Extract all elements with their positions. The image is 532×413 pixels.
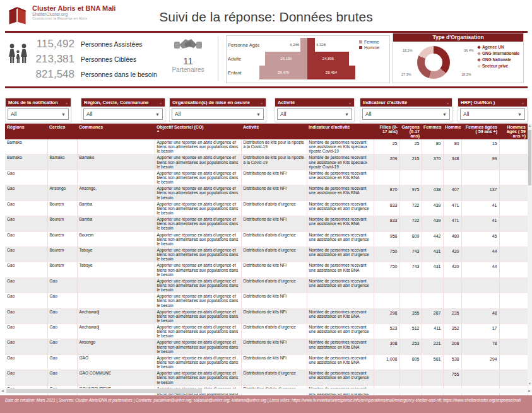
tornado-row: Personne Agée4,2464,328FemmeHomme	[228, 38, 388, 52]
table-row[interactable]: GaoBouremBambaApporter une réponse en ab…	[5, 216, 528, 231]
table-row[interactable]: GaoGaoGAOApporter une réponse en abris d…	[5, 354, 528, 369]
table-cell	[499, 139, 528, 154]
table-row[interactable]: GaoGaoGAO COMMUNEApporter une réponse en…	[5, 370, 528, 385]
table-row[interactable]: GaoBouremTaboyeApporter une réponse en a…	[5, 247, 528, 262]
table-row[interactable]: GaoBouremTaboyeApporter une réponse en a…	[5, 262, 528, 277]
table-cell: 471	[443, 216, 461, 231]
filter-activity-dropdown[interactable]: All▼	[277, 108, 352, 120]
kpi-assisted: 115,492 Personnes Assistées	[29, 37, 157, 52]
legend-item[interactable]: ONG Nationale	[478, 57, 519, 62]
col-cercles[interactable]: Cercles	[47, 124, 77, 139]
table-cell: 411	[422, 324, 443, 339]
clear-filter-icon[interactable]: ⌄	[521, 100, 524, 105]
table-row[interactable]: GaoBouremBambaApporter une réponse en ab…	[5, 201, 528, 216]
legend-item[interactable]: Homme	[359, 45, 387, 50]
data-table[interactable]: Régions Cercles Communes Objectif Sector…	[5, 124, 528, 412]
table-row[interactable]: GaoAnsongoAnsongo,Apporter une réponse e…	[5, 185, 528, 201]
table-cell	[461, 370, 499, 385]
scroll-up-icon[interactable]: ▲	[528, 124, 532, 128]
table-cell: Gao	[5, 185, 47, 201]
table-row[interactable]: GaoGaoAnchawadjApporter une réponse en a…	[5, 324, 528, 339]
filter-indicator[interactable]: Indicateur d'activité⌄ All▼	[360, 98, 452, 122]
filter-indicator-dropdown[interactable]: All▼	[362, 108, 450, 120]
tornado-bar-femme[interactable]: 25,150	[265, 52, 307, 66]
scroll-right-icon[interactable]: ►	[528, 388, 531, 393]
col-indicateur[interactable]: Indicateur d'activité	[307, 124, 374, 139]
clear-filter-icon[interactable]: ⌄	[159, 100, 162, 105]
filter-hrp-dropdown[interactable]: All▼	[460, 108, 525, 120]
clear-filter-icon[interactable]: ⌄	[65, 100, 68, 105]
table-cell: 755	[443, 370, 461, 385]
filter-hrp[interactable]: HRP( Oui/Non )⌄ All▼	[458, 98, 528, 122]
filter-activity[interactable]: Activité⌄ All▼	[275, 98, 355, 122]
table-cell: 439	[422, 201, 443, 216]
clear-filter-icon[interactable]: ⌄	[260, 100, 263, 105]
table-cell: Distributions de kits NFI	[241, 293, 307, 308]
col-regions[interactable]: Régions	[5, 124, 47, 139]
vertical-scroll-thumb[interactable]	[528, 130, 531, 185]
vertical-scrollbar[interactable]: ▲ ▼	[528, 124, 532, 386]
table-row[interactable]: GaoBouremBouremApporter une réponse en a…	[5, 231, 528, 247]
chevron-down-icon: ▼	[517, 112, 522, 117]
kpi-targeted-label: Personnes Ciblées	[81, 55, 136, 63]
tornado-bar-homme[interactable]: 24,895	[307, 52, 349, 66]
horizontal-scrollbar[interactable]: ◄ ►	[0, 388, 532, 393]
filter-month-dropdown[interactable]: All▼	[8, 108, 69, 120]
filter-organisation[interactable]: Organisation(s) de mise en oeuvre⌄ All▼	[169, 98, 266, 122]
filter-hrp-header: HRP( Oui/Non )⌄	[458, 98, 527, 107]
table-cell: Apporter une réponse en abris d'urgence …	[155, 170, 241, 185]
horizontal-scroll-thumb[interactable]	[6, 389, 202, 393]
scroll-left-icon[interactable]: ◄	[1, 388, 4, 393]
table-row[interactable]: BamakoApporter une réponse en abris d'ur…	[5, 139, 528, 154]
col-activite[interactable]: Activité	[241, 124, 307, 139]
col-objectif[interactable]: Objectif Sectoriel (CO)▲	[155, 124, 241, 139]
filter-month[interactable]: Mois de la notification⌄ All▼	[5, 98, 71, 122]
table-row[interactable]: GaoGaoApporter une réponse en abris d'ur…	[5, 293, 528, 308]
table-cell: Nombre de personnes recevant une assista…	[307, 247, 374, 262]
table-row[interactable]: BamakoBamakoBamakoApporter une réponse e…	[5, 154, 528, 170]
table-row[interactable]: GaoGaoAnchawadjApporter une réponse en a…	[5, 308, 528, 323]
donut-chart[interactable]	[417, 46, 450, 79]
partners-label: Partenaires	[162, 66, 215, 73]
table-cell: Apporter une réponse en abris d'urgence …	[155, 262, 241, 277]
scroll-down-icon[interactable]: ▼	[528, 381, 532, 386]
table-cell: Bamako	[77, 154, 155, 170]
clear-filter-icon[interactable]: ⌄	[348, 100, 352, 105]
legend-item[interactable]: ONG Internationale	[478, 51, 519, 55]
filter-organisation-header: Organisation(s) de mise en oeuvre⌄	[170, 98, 266, 107]
tornado-bar-femme[interactable]	[300, 38, 307, 52]
table-cell: 431	[422, 262, 443, 277]
table-cell: Nombre de personnes recevant une assista…	[307, 216, 374, 231]
legend-item[interactable]: Agence UN	[478, 45, 519, 49]
table-cell: Apporter une réponse en abris d'urgence …	[155, 354, 241, 369]
table-cell: Gao	[47, 293, 77, 308]
col-garcons[interactable]: Garçons (0-17 ans)	[399, 124, 422, 139]
table-cell	[461, 293, 499, 308]
donut-pct-label: 18.2%	[403, 49, 413, 52]
donut-chart-panel[interactable]: Type d'Organisation 36.4% 18.2% 27.3% 18…	[393, 33, 524, 83]
clear-filter-icon[interactable]: ⌄	[446, 100, 449, 105]
donut-pct-label: 18.2%	[461, 73, 471, 76]
table-row[interactable]: GaoGaoAnsongoApporter une réponse en abr…	[5, 339, 528, 354]
filter-organisation-dropdown[interactable]: All▼	[172, 108, 264, 120]
tornado-bar-femme[interactable]: 28,479	[259, 66, 307, 79]
chevron-down-icon: ▼	[155, 112, 160, 117]
filter-region[interactable]: Région, Cercle, Communune⌄ All▼	[81, 98, 165, 122]
col-filles[interactable]: Filles (0-17 ans)	[374, 124, 399, 139]
tornado-bar-homme[interactable]	[307, 38, 315, 52]
table-cell: 809	[399, 231, 422, 247]
filter-region-dropdown[interactable]: All▼	[83, 108, 163, 120]
tornado-bar-homme[interactable]: 28,454	[307, 66, 355, 79]
col-hommes[interactable]: Hommes	[443, 124, 461, 139]
col-communes[interactable]: Communes	[77, 124, 155, 139]
legend-item[interactable]: Secteur privé	[478, 64, 519, 68]
col-femmes[interactable]: Femmes	[422, 124, 443, 139]
tornado-chart[interactable]: Personne Agée4,2464,328FemmeHommeAdulte2…	[226, 35, 390, 83]
table-row[interactable]: GaoGaoApporter une réponse en abris d'ur…	[5, 277, 528, 293]
table-cell: Apporter une réponse en abris d'urgence …	[155, 277, 241, 293]
legend-item[interactable]: Femme	[359, 40, 387, 44]
col-hommes-ages[interactable]: Hommes âgés ( 59 ans +)	[499, 124, 528, 139]
table-row[interactable]: GaoApporter une réponse en abris d'urgen…	[5, 170, 528, 185]
col-femmes-agees[interactable]: Femmes âgées ( 59 ans +)	[461, 124, 499, 139]
table-header-row: Régions Cercles Communes Objectif Sector…	[5, 124, 528, 139]
